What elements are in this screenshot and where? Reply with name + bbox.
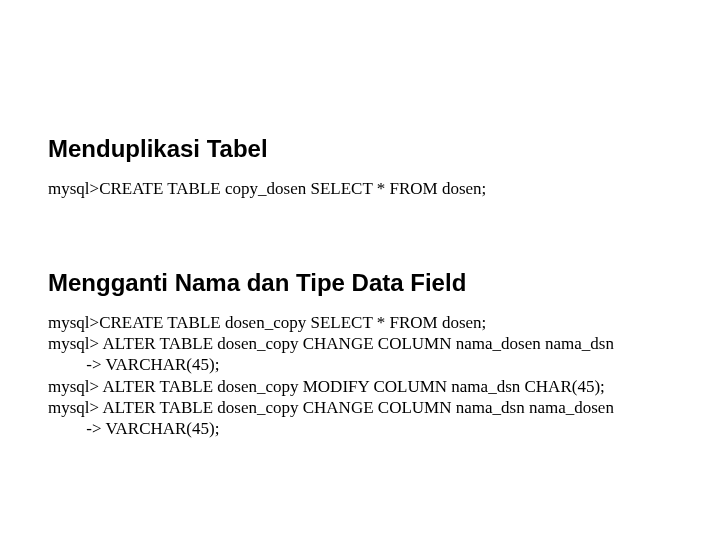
code-duplicate-table: mysql>CREATE TABLE copy_dosen SELECT * F… bbox=[48, 178, 680, 199]
heading-rename-field: Mengganti Nama dan Tipe Data Field bbox=[48, 269, 680, 298]
code-rename-field: mysql>CREATE TABLE dosen_copy SELECT * F… bbox=[48, 312, 680, 440]
heading-duplicate-table: Menduplikasi Tabel bbox=[48, 135, 680, 164]
section-gap bbox=[48, 235, 680, 269]
document-page: Menduplikasi Tabel mysql>CREATE TABLE co… bbox=[0, 0, 720, 540]
